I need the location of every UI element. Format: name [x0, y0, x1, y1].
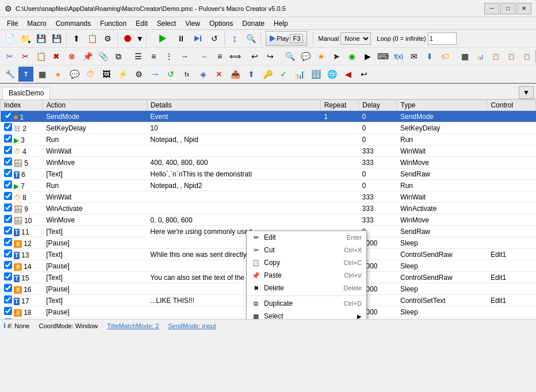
- tb-tbl5-button[interactable]: 📋: [519, 49, 534, 64]
- new-button[interactable]: 📄: [2, 31, 17, 46]
- tb-format-n[interactable]: ✕: [212, 67, 227, 82]
- ctx-item-edit[interactable]: ✏ Edit Enter: [247, 231, 366, 244]
- table-row[interactable]: ▶ 7 Run Notepad, , Npid2 0 Run: [1, 180, 536, 191]
- manual-select[interactable]: None: [340, 32, 371, 45]
- table-row[interactable]: ⏱ 4 WinWait 333 WinWait: [1, 145, 536, 157]
- tb-tbl3-button[interactable]: 📋: [488, 49, 503, 64]
- tb-format-g[interactable]: 🖼: [99, 67, 114, 82]
- tb-format-d[interactable]: ●: [51, 67, 66, 82]
- loop-input[interactable]: [428, 32, 457, 45]
- tb-format-b[interactable]: T: [18, 67, 33, 82]
- row-checkbox[interactable]: [4, 295, 12, 303]
- tb-format-j[interactable]: →: [147, 67, 162, 82]
- title-match-mode[interactable]: TitleMatchMode: 2: [107, 322, 159, 329]
- tb-list3-button[interactable]: ⋮: [162, 49, 177, 64]
- tb-format-u[interactable]: 🌐: [324, 67, 339, 82]
- tb-star-button[interactable]: ★: [313, 49, 328, 64]
- table-row[interactable]: ■ 1 SendMode Event 1 0 SendMode: [1, 111, 536, 122]
- tb-cut-button[interactable]: ✂: [18, 49, 33, 64]
- reset-button[interactable]: ↺: [207, 31, 222, 46]
- tb-paste2-button[interactable]: 📎: [95, 49, 110, 64]
- row-checkbox[interactable]: [4, 180, 12, 189]
- tb-tbl4-button[interactable]: 📋: [504, 49, 519, 64]
- row-checkbox[interactable]: [4, 238, 12, 246]
- tb-redo-button[interactable]: ↪: [263, 49, 278, 64]
- tb-chat-button[interactable]: 💬: [298, 49, 313, 64]
- settings-button[interactable]: ⚙: [100, 31, 115, 46]
- menu-commands[interactable]: Commands: [51, 18, 95, 29]
- row-checkbox[interactable]: [4, 203, 12, 212]
- tb-format-c[interactable]: ▦: [35, 67, 49, 82]
- menu-edit[interactable]: Edit: [131, 18, 152, 29]
- menu-file[interactable]: File: [2, 18, 22, 29]
- tab-dropdown[interactable]: ▼: [519, 86, 534, 99]
- row-checkbox[interactable]: [4, 157, 12, 166]
- tb-paste-button[interactable]: 📌: [80, 49, 95, 64]
- tb-fx-button[interactable]: f(x): [391, 49, 406, 64]
- tb-list-button[interactable]: ☰: [131, 49, 146, 64]
- row-checkbox[interactable]: [4, 169, 12, 177]
- tb-color-button[interactable]: ◉: [344, 49, 359, 64]
- tb-format-s[interactable]: 📊: [292, 67, 307, 82]
- tb-tbl-button[interactable]: ▦: [457, 49, 472, 64]
- record-dropdown[interactable]: ▼: [136, 31, 144, 46]
- more-button[interactable]: ↕: [227, 31, 242, 46]
- tb-format-i[interactable]: ⚙: [131, 67, 146, 82]
- tb-del2-button[interactable]: ⊗: [64, 49, 79, 64]
- close-button[interactable]: ✕: [516, 3, 531, 14]
- tb-format-o[interactable]: 📤: [228, 67, 243, 82]
- table-row[interactable]: 🪟 9 WinActivate 333 WinActivate: [1, 203, 536, 214]
- saveas-button[interactable]: 💾: [49, 31, 64, 46]
- table-row[interactable]: ⏱ 8 WinWait 333 WinWait: [1, 191, 536, 203]
- menu-help[interactable]: Help: [269, 18, 293, 29]
- tb-format-a[interactable]: 🔧: [2, 67, 17, 82]
- search2-button[interactable]: 🔍: [243, 31, 258, 46]
- row-checkbox[interactable]: [4, 249, 12, 258]
- row-checkbox[interactable]: [4, 261, 12, 269]
- row-checkbox[interactable]: [4, 307, 12, 315]
- table-row[interactable]: ⛓ 2 SetKeyDelay 10 0 SetKeyDelay: [1, 122, 536, 134]
- tb-mail-button[interactable]: ✉: [407, 49, 422, 64]
- tb-format-k[interactable]: ↺: [163, 67, 178, 82]
- tb-play3-button[interactable]: ▶: [360, 49, 375, 64]
- row-checkbox[interactable]: [4, 192, 12, 200]
- play-f3-button[interactable]: Play F3: [266, 31, 307, 46]
- tb-format-q[interactable]: 🔑: [260, 67, 275, 82]
- tb-format-t[interactable]: 🔢: [308, 67, 323, 82]
- tb-duplicate-button[interactable]: ⧉: [111, 49, 126, 64]
- tb-zoom-button[interactable]: 🔍: [282, 49, 297, 64]
- tab-basic-demo[interactable]: BasicDemo: [2, 87, 50, 99]
- menu-donate[interactable]: Donate: [238, 18, 269, 29]
- row-checkbox[interactable]: [4, 123, 12, 131]
- pause-stop-button[interactable]: ⏸: [174, 31, 189, 46]
- tb-list2-button[interactable]: ≡: [146, 49, 161, 64]
- row-checkbox[interactable]: [4, 318, 12, 319]
- info-icon[interactable]: ℹ: [3, 322, 6, 329]
- tb-tag-button[interactable]: 🏷: [438, 49, 453, 64]
- tb-down-button[interactable]: ⬇: [422, 49, 437, 64]
- tb-format-w[interactable]: ↩: [357, 67, 372, 82]
- tb-format-l[interactable]: fx: [179, 67, 194, 82]
- row-checkbox[interactable]: [4, 215, 12, 223]
- ctx-item-paste[interactable]: 📌 Paste Ctrl+V: [247, 269, 366, 282]
- ctx-item-duplicate[interactable]: ⧉ Duplicate Ctrl+D: [247, 297, 366, 310]
- tb-format-h[interactable]: ⚡: [115, 67, 130, 82]
- row-checkbox[interactable]: [4, 146, 12, 154]
- tb-copy-button[interactable]: 📋: [33, 49, 48, 64]
- record-button[interactable]: [120, 31, 135, 46]
- tb-format-v[interactable]: ◀: [340, 67, 355, 82]
- table-row[interactable]: 🪟 10 WinMove 0, 0, 800, 600 333 WinMove: [1, 214, 536, 226]
- open-button[interactable]: 📁▼: [18, 31, 33, 46]
- row-checkbox[interactable]: [4, 284, 12, 292]
- scissors-button[interactable]: ✂: [2, 49, 17, 64]
- clipboard-button[interactable]: 📋: [85, 31, 99, 46]
- tb-delete-button[interactable]: ✖: [49, 49, 64, 64]
- minimize-button[interactable]: ─: [484, 3, 499, 14]
- play-button[interactable]: [154, 31, 172, 46]
- table-row[interactable]: 🪟 5 WinMove 400, 400, 800, 600 333 WinMo…: [1, 157, 536, 168]
- tb-format-r[interactable]: ✓: [276, 67, 291, 82]
- import-button[interactable]: ⬆: [69, 31, 84, 46]
- tb-key-button[interactable]: ⌨: [376, 49, 390, 64]
- tb-align-button[interactable]: ⏤: [197, 49, 212, 64]
- menu-select[interactable]: Select: [152, 18, 181, 29]
